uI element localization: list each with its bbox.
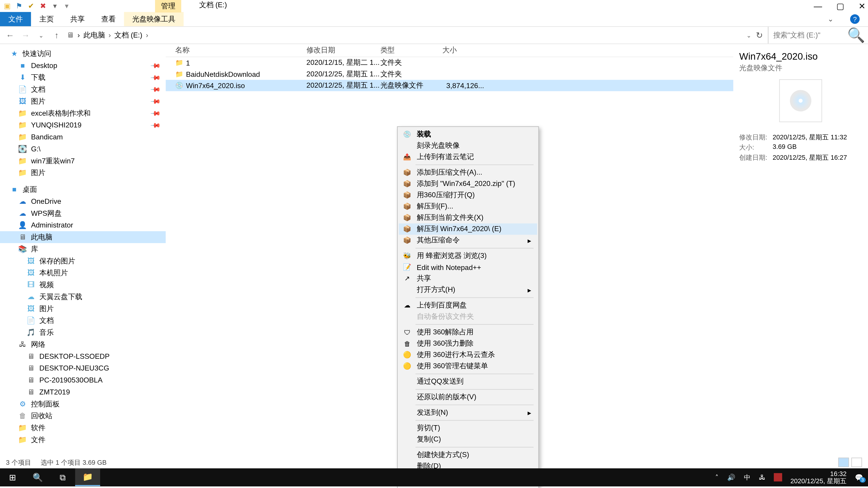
tree-item[interactable]: 🖥DESKTOP-NJEU3CG: [0, 362, 166, 375]
tray-chevron-icon[interactable]: ˄: [715, 473, 719, 481]
view-details-button[interactable]: [838, 457, 849, 467]
search-input[interactable]: [773, 31, 845, 39]
minimize-button[interactable]: —: [814, 1, 822, 11]
context-menu-item[interactable]: ↗共享: [399, 273, 537, 284]
tree-item[interactable]: 🖼保存的图片: [0, 255, 166, 267]
col-name[interactable]: 名称: [175, 45, 306, 55]
tree-library[interactable]: 📚库: [0, 243, 166, 255]
context-menu-item[interactable]: 📦用360压缩打开(Q): [399, 190, 537, 201]
tree-item[interactable]: 🖥PC-20190530OBLA: [0, 374, 166, 386]
search-button[interactable]: 🔍: [25, 468, 50, 486]
context-menu-item[interactable]: 📝Edit with Notepad++: [399, 262, 537, 273]
tree-documents[interactable]: 📄文档📌: [0, 84, 166, 95]
pin-icon[interactable]: ⚑: [14, 1, 24, 11]
security-icon[interactable]: [774, 473, 782, 482]
ribbon-tab-view[interactable]: 查看: [93, 12, 124, 26]
view-thumbnails-button[interactable]: [851, 457, 862, 467]
tree-admin[interactable]: 👤Administrator: [0, 219, 166, 231]
context-menu-item[interactable]: 📦解压到 Win7x64_2020\ (E): [399, 223, 537, 235]
column-headers[interactable]: 名称 修改日期 类型 大小: [166, 44, 733, 57]
col-date[interactable]: 修改日期: [307, 45, 380, 55]
tree-item[interactable]: 🖼本机照片: [0, 267, 166, 279]
clock[interactable]: 16:32 2020/12/25, 星期五: [790, 470, 846, 484]
help-button[interactable]: ?: [842, 12, 868, 26]
tree-item[interactable]: 📁YUNQISHI2019📌: [0, 119, 166, 131]
tree-item[interactable]: 🎞视频: [0, 279, 166, 291]
list-row[interactable]: 📁 BaiduNetdiskDownload2020/12/25, 星期五 1.…: [166, 68, 733, 80]
path-dropdown[interactable]: ⌄: [746, 32, 751, 38]
context-menu-item[interactable]: 🟡使用 360管理右键菜单: [399, 361, 537, 372]
recent-dropdown[interactable]: ⌄: [36, 32, 46, 38]
context-menu-item[interactable]: 复制(C): [399, 434, 537, 445]
action-center-icon[interactable]: 💬3: [855, 473, 863, 481]
search-icon[interactable]: 🔍: [847, 27, 865, 43]
tree-recycle[interactable]: 🗑回收站: [0, 410, 166, 422]
tree-wps[interactable]: ☁WPS网盘: [0, 207, 166, 219]
context-menu-item[interactable]: 🐝用 蜂蜜浏览器 浏览(3): [399, 250, 537, 262]
tree-downloads[interactable]: ⬇下载📌: [0, 71, 166, 84]
context-menu-item[interactable]: 🟡使用 360进行木马云查杀: [399, 349, 537, 360]
tree-thispc[interactable]: 🖥此电脑: [0, 231, 166, 243]
tree-item[interactable]: 📁文件: [0, 434, 166, 446]
list-row[interactable]: 📁 12020/12/15, 星期二 1...文件夹: [166, 57, 733, 68]
context-menu-item[interactable]: 💿装载: [399, 129, 537, 140]
ribbon-tab-home[interactable]: 主页: [31, 12, 62, 26]
tree-item[interactable]: 📁Bandicam: [0, 131, 166, 143]
tree-item[interactable]: ☁天翼云盘下载: [0, 291, 166, 303]
context-menu-item[interactable]: 刻录光盘映像: [399, 140, 537, 151]
back-button[interactable]: ←: [5, 31, 16, 40]
context-menu-item[interactable]: 🛡使用 360解除占用: [399, 326, 537, 338]
ribbon-tab-disc-tools[interactable]: 光盘映像工具: [124, 12, 184, 26]
tree-item[interactable]: 🖥DESKTOP-LSSOEDP: [0, 350, 166, 362]
ribbon-tab-file[interactable]: 文件: [0, 12, 31, 26]
crumb-thispc[interactable]: 此电脑: [84, 30, 111, 40]
context-menu-item[interactable]: 📦其他压缩命令▸: [399, 235, 537, 246]
close-red-icon[interactable]: ✖: [38, 1, 48, 11]
tree-item[interactable]: 📄文档: [0, 315, 166, 327]
tree-item[interactable]: 📁图片: [0, 167, 166, 179]
tree-item[interactable]: 💽G:\: [0, 143, 166, 155]
tree-control-panel[interactable]: ⚙控制面板: [0, 398, 166, 410]
ribbon-expand-button[interactable]: ⌄: [819, 12, 842, 26]
tree-item[interactable]: 📁excel表格制作求和📌: [0, 107, 166, 119]
tree-network[interactable]: 🖧网络: [0, 338, 166, 350]
contextual-tab[interactable]: 管理: [155, 0, 181, 12]
tree-item[interactable]: 🎵音乐: [0, 326, 166, 338]
explorer-taskbar-button[interactable]: 📁: [75, 468, 100, 486]
up-button[interactable]: ↑: [51, 31, 62, 40]
breadcrumb[interactable]: 🖥 › 此电脑 文档 (E:): [67, 30, 741, 40]
col-size[interactable]: 大小: [442, 45, 484, 55]
context-menu-item[interactable]: 🗑使用 360强力删除: [399, 338, 537, 349]
start-button[interactable]: ⊞: [0, 468, 25, 486]
tree-desktop-root[interactable]: ■桌面: [0, 184, 166, 195]
context-menu-item[interactable]: 剪切(T): [399, 422, 537, 434]
context-menu-item[interactable]: 通过QQ发送到: [399, 376, 537, 387]
refresh-button[interactable]: ↻: [756, 31, 763, 40]
tree-item[interactable]: 🖼图片: [0, 303, 166, 315]
network-icon[interactable]: 🖧: [759, 474, 765, 481]
tree-onedrive[interactable]: ☁OneDrive: [0, 195, 166, 207]
context-menu-item[interactable]: 打开方式(H)▸: [399, 284, 537, 295]
tree-desktop[interactable]: ■Desktop📌: [0, 60, 166, 72]
ribbon-tab-share[interactable]: 共享: [62, 12, 93, 26]
col-type[interactable]: 类型: [380, 45, 442, 55]
context-menu-item[interactable]: 📦添加到压缩文件(A)...: [399, 167, 537, 178]
more-icon[interactable]: ▾: [62, 1, 71, 11]
close-button[interactable]: ✕: [859, 1, 866, 11]
context-menu-item[interactable]: 📦解压到(F)...: [399, 201, 537, 212]
context-menu-item[interactable]: 📦添加到 "Win7x64_2020.zip" (T): [399, 178, 537, 190]
volume-icon[interactable]: 🔊: [727, 473, 736, 481]
tree-item[interactable]: 📁win7重装win7: [0, 155, 166, 167]
tree-pictures[interactable]: 🖼图片📌: [0, 95, 166, 107]
tree-item[interactable]: 🖥ZMT2019: [0, 386, 166, 398]
maximize-button[interactable]: ▢: [836, 1, 844, 11]
context-menu-item[interactable]: 📤上传到有道云笔记: [399, 151, 537, 163]
context-menu-item[interactable]: 还原以前的版本(V): [399, 392, 537, 403]
crumb-drive[interactable]: 文档 (E:): [114, 30, 148, 40]
context-menu-item[interactable]: 📦解压到当前文件夹(X): [399, 212, 537, 223]
context-menu-item[interactable]: ☁上传到百度网盘: [399, 300, 537, 311]
list-row-selected[interactable]: 💿 Win7x64_2020.iso2020/12/25, 星期五 1...光盘…: [166, 80, 733, 91]
forward-button[interactable]: →: [20, 31, 31, 40]
tree-item[interactable]: 📁软件: [0, 422, 166, 434]
search-box[interactable]: 🔍: [768, 27, 863, 43]
